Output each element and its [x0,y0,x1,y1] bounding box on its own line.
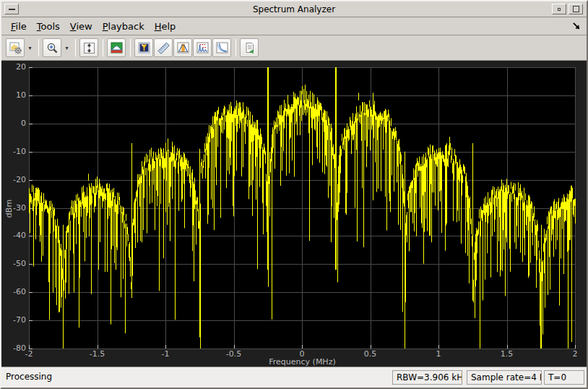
toolbar-separator [130,39,131,56]
menu-item-playback[interactable]: Playback [98,20,150,33]
spectrum-display-icon [111,42,123,54]
toolbar: ▾ ▾ [1,35,587,61]
zoom-in-button[interactable] [43,38,61,57]
y-tick-label: 20 [1,63,26,72]
persistence-spectrum-button[interactable] [134,38,153,57]
y-tick-label: -40 [1,231,26,240]
menu-bar: FileToolsViewPlaybackHelp [1,17,587,35]
menu-item-help[interactable]: Help [150,20,181,33]
y-tick-label: -20 [1,176,26,184]
persistence-spectrum-icon [138,42,150,54]
cursor-measurements-button[interactable] [154,38,173,57]
spectrum-settings-button[interactable] [6,38,25,57]
spectrum-settings-icon [9,42,22,54]
ccdf-measurements-button[interactable] [212,38,231,57]
y-tick-label: 0 [1,119,26,128]
y-tick-label: 10 [1,91,26,100]
menu-item-file[interactable]: File [6,20,32,33]
ccdf-measurements-icon [216,42,228,54]
y-tick-label: -80 [1,344,26,353]
spectrum-settings-dropdown[interactable]: ▾ [25,38,35,57]
rbw-panel: RBW=3.906 kHz [392,370,462,385]
distortion-measurements-icon [196,42,209,54]
y-tick-label: -60 [1,288,26,296]
window-title: Spectrum Analyzer [45,1,543,17]
maximize-button[interactable] [568,4,583,14]
zoom-dropdown[interactable]: ▾ [62,38,72,57]
window-menu-button[interactable] [4,4,19,14]
zoom-in-icon [46,42,59,54]
status-bar: Processing RBW=3.906 kHz Sample rate=4 M… [1,367,587,388]
title-bar: Spectrum Analyzer [1,1,587,17]
plot-region: dBm 20100-10-20-30-40-50-60-70-80 -2-1.5… [1,61,587,367]
spectrum-analyzer-window: Spectrum Analyzer FileToolsViewPlaybackH… [0,0,588,389]
toolbar-separator [75,39,76,56]
autoscale-axes-icon [83,42,95,54]
sample-rate-panel: Sample rate=4 MHz [467,370,542,385]
minimize-icon [558,8,561,11]
toolbar-separator [38,39,39,56]
generate-script-icon [243,42,256,54]
window-menu-icon [9,9,15,10]
menu-items: FileToolsViewPlaybackHelp [6,20,181,33]
y-tick-label: -10 [1,148,26,156]
menu-item-view[interactable]: View [65,20,98,33]
distortion-measurements-button[interactable] [193,38,212,57]
y-tick-label: -50 [1,260,26,268]
y-tick-label: -70 [1,316,26,325]
spectrum-plot[interactable] [29,67,576,349]
status-text: Processing [6,372,52,382]
toolbar-separator [235,39,236,56]
generate-script-button[interactable] [240,38,259,57]
maximize-icon [573,6,579,12]
channel-measurements-icon [177,42,189,54]
dock-figure-icon[interactable] [571,21,581,31]
channel-measurements-button[interactable] [173,38,192,57]
y-tick-label: -30 [1,204,26,213]
time-panel: T=0 [544,370,584,385]
x-axis-label: Frequency (MHz) [29,357,576,367]
menu-item-tools[interactable]: Tools [32,20,65,33]
autoscale-axes-button[interactable] [79,38,98,57]
spectrum-display-button[interactable] [107,38,126,57]
toolbar-separator [103,39,103,56]
minimize-button[interactable] [552,4,566,14]
ruler-icon [157,42,170,54]
